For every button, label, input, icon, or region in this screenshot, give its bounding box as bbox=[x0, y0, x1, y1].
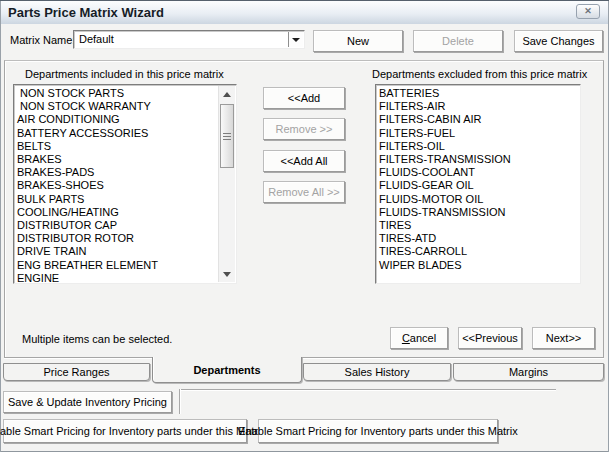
list-item[interactable]: BULK PARTS bbox=[17, 193, 217, 206]
matrix-name-combobox[interactable]: Default bbox=[73, 30, 305, 49]
tab-sales-history[interactable]: Sales History bbox=[303, 363, 451, 381]
included-items: NON STOCK PARTS NON STOCK WARRANTYAIR CO… bbox=[14, 87, 217, 284]
delete-button[interactable]: Delete bbox=[413, 30, 503, 52]
list-item[interactable]: BRAKES bbox=[17, 153, 217, 166]
close-icon: ✕ bbox=[584, 7, 592, 16]
disable-smart-pricing-button[interactable]: Disable Smart Pricing for Inventory part… bbox=[3, 419, 247, 443]
triangle-down-icon bbox=[223, 272, 231, 277]
list-item[interactable]: ENGINE bbox=[17, 272, 217, 284]
add-all-button[interactable]: <<Add All bbox=[263, 150, 345, 172]
list-item[interactable]: FILTERS-FUEL bbox=[379, 127, 580, 140]
excluded-list-label: Departments excluded from this price mat… bbox=[372, 68, 587, 80]
list-item[interactable]: FLUIDS-COOLANT bbox=[379, 166, 580, 179]
list-item[interactable]: TIRES bbox=[379, 219, 580, 232]
scrollbar-thumb[interactable] bbox=[220, 104, 234, 168]
cancel-label: Cancel bbox=[402, 332, 436, 344]
matrix-name-label: Matrix Name: bbox=[10, 34, 75, 46]
list-item[interactable]: FILTERS-TRANSMISSION bbox=[379, 153, 580, 166]
list-item[interactable]: AIR CONDITIONING bbox=[17, 113, 217, 126]
included-list-scrollbar[interactable] bbox=[218, 86, 235, 282]
thumb-grip-icon bbox=[223, 133, 231, 140]
list-item[interactable]: FLUIDS-TRANSMISSION bbox=[379, 206, 580, 219]
list-item[interactable]: FILTERS-CABIN AIR bbox=[379, 113, 580, 126]
list-item[interactable]: TIRES-ATD bbox=[379, 232, 580, 245]
list-item[interactable]: FLUIDS-MOTOR OIL bbox=[379, 193, 580, 206]
title-bar: Parts Price Matrix Wizard bbox=[1, 1, 608, 24]
excluded-departments-listbox[interactable]: BATTERIESFILTERS-AIRFILTERS-CABIN AIRFIL… bbox=[375, 84, 581, 284]
dialog-window: Parts Price Matrix Wizard ✕ Matrix Name:… bbox=[0, 0, 609, 452]
list-item[interactable]: BRAKES-SHOES bbox=[17, 179, 217, 192]
list-item[interactable]: NON STOCK PARTS bbox=[17, 87, 217, 100]
included-departments-listbox[interactable]: NON STOCK PARTS NON STOCK WARRANTYAIR CO… bbox=[13, 84, 237, 284]
scroll-down-button[interactable] bbox=[219, 266, 235, 282]
scroll-up-button[interactable] bbox=[219, 86, 235, 102]
list-item[interactable]: WIPER BLADES bbox=[379, 259, 580, 272]
list-item[interactable]: DISTRIBUTOR ROTOR bbox=[17, 232, 217, 245]
list-item[interactable]: BRAKES-PADS bbox=[17, 166, 217, 179]
panel-edge-horizontal bbox=[179, 389, 556, 390]
list-item[interactable]: ENG BREATHER ELEMENT bbox=[17, 259, 217, 272]
cancel-button[interactable]: Cancel bbox=[390, 327, 448, 349]
remove-button[interactable]: Remove >> bbox=[263, 118, 345, 140]
remove-all-button[interactable]: Remove All >> bbox=[263, 181, 345, 203]
triangle-up-icon bbox=[223, 92, 231, 97]
combobox-dropdown-button[interactable] bbox=[288, 32, 303, 47]
list-item[interactable]: FILTERS-AIR bbox=[379, 100, 580, 113]
list-item[interactable]: NON STOCK WARRANTY bbox=[17, 100, 217, 113]
tab-price-ranges[interactable]: Price Ranges bbox=[3, 363, 150, 381]
included-list-label: Departments included in this price matri… bbox=[25, 68, 224, 80]
save-update-inventory-pricing-button[interactable]: Save & Update Inventory Pricing bbox=[3, 391, 172, 413]
tab-departments[interactable]: Departments bbox=[152, 357, 302, 383]
window-title: Parts Price Matrix Wizard bbox=[1, 5, 164, 20]
list-item[interactable]: BELTS bbox=[17, 140, 217, 153]
add-button[interactable]: <<Add bbox=[263, 87, 345, 109]
chevron-down-icon bbox=[292, 38, 300, 42]
next-button[interactable]: Next>> bbox=[532, 327, 595, 349]
list-item[interactable]: BATTERY ACCESSORIES bbox=[17, 127, 217, 140]
tab-margins[interactable]: Margins bbox=[453, 363, 604, 381]
new-button[interactable]: New bbox=[313, 30, 403, 52]
list-item[interactable]: TIRES-CARROLL bbox=[379, 245, 580, 258]
list-item[interactable]: BATTERIES bbox=[379, 87, 580, 100]
list-item[interactable]: DISTRIBUTOR CAP bbox=[17, 219, 217, 232]
panel-edge-vertical bbox=[179, 389, 180, 414]
close-button[interactable]: ✕ bbox=[576, 4, 600, 19]
multi-select-hint: Multiple items can be selected. bbox=[22, 333, 172, 345]
excluded-items: BATTERIESFILTERS-AIRFILTERS-CABIN AIRFIL… bbox=[376, 87, 580, 272]
save-changes-button[interactable]: Save Changes bbox=[514, 30, 603, 52]
list-item[interactable]: FILTERS-OIL bbox=[379, 140, 580, 153]
list-item[interactable]: DRIVE TRAIN bbox=[17, 245, 217, 258]
combobox-value: Default bbox=[79, 33, 114, 45]
enable-smart-pricing-button[interactable]: Enable Smart Pricing for Inventory parts… bbox=[258, 419, 498, 443]
list-item[interactable]: COOLING/HEATING bbox=[17, 206, 217, 219]
list-item[interactable]: FLUIDS-GEAR OIL bbox=[379, 179, 580, 192]
previous-button[interactable]: <<Previous bbox=[458, 327, 522, 349]
